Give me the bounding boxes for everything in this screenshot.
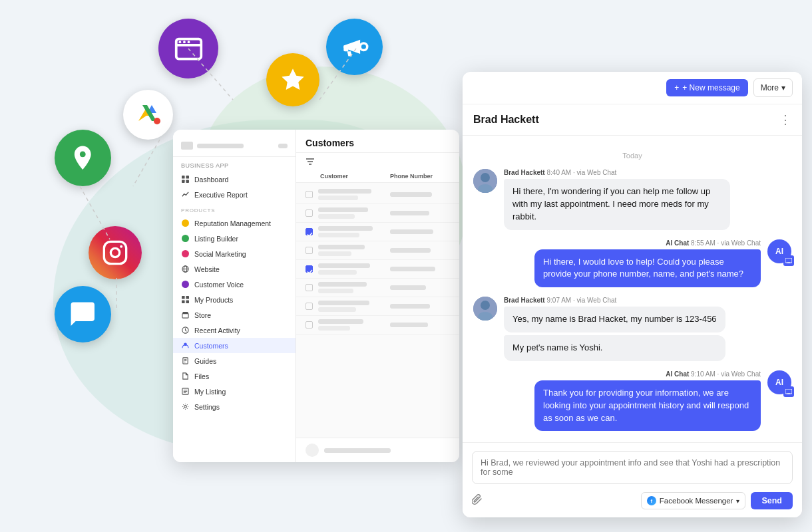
settings-icon [181, 402, 190, 411]
svg-rect-24 [186, 296, 189, 299]
message-meta-brad-1: Brad Hackett 8:40 AM · via Web Chat [504, 169, 730, 176]
reputation-icon [181, 219, 190, 227]
chat-input[interactable] [472, 451, 793, 484]
channel-selector[interactable]: f Facebook Messenger ▾ [641, 492, 746, 509]
customer-name-bar [318, 189, 371, 194]
website-icon [181, 265, 190, 273]
dashboard-icon [181, 175, 190, 184]
sidebar-item-website[interactable]: Website [173, 261, 296, 277]
icon-instagram [89, 226, 142, 279]
customer-name-bar [318, 282, 367, 287]
table-row[interactable] [296, 204, 459, 223]
message-bubble-brad-2b: My pet's name is Yoshi. [504, 335, 725, 361]
col-customer: Customer [320, 173, 390, 180]
sidebar-item-store[interactable]: Store [173, 307, 296, 323]
chat-top-bar: + + New message More ▾ [463, 72, 802, 104]
customers-toolbar [296, 153, 459, 170]
sidebar-item-customer-voice[interactable]: Customer Voice [173, 277, 296, 292]
listing-icon [181, 234, 190, 243]
icon-location [55, 130, 111, 186]
phone-bar [390, 267, 435, 271]
customer-email-bar [318, 307, 356, 312]
more-button[interactable]: More ▾ [753, 78, 793, 97]
customers-header: Customers [296, 130, 459, 153]
svg-point-7 [154, 118, 160, 124]
sidebar-item-guides[interactable]: Guides [173, 353, 296, 368]
svg-point-48 [481, 301, 490, 310]
send-button[interactable]: Send [751, 492, 793, 509]
screen-icon-2 [785, 389, 792, 394]
svg-rect-26 [186, 300, 189, 303]
customer-name-bar [318, 319, 363, 324]
customer-name-bar [318, 245, 365, 249]
row-checkbox[interactable] [305, 265, 313, 273]
table-row[interactable] [296, 260, 459, 279]
row-checkbox[interactable] [305, 209, 313, 217]
ai-avatar-wrap-2: AI [767, 370, 791, 394]
message-content-brad-2: Brad Hackett 9:07 AM · via Web Chat Yes,… [504, 297, 725, 361]
message-group-brad-2: Brad Hackett 9:07 AM · via Web Chat Yes,… [473, 297, 791, 361]
sidebar-item-social-marketing[interactable]: Social Marketing [173, 246, 296, 261]
row-checkbox[interactable] [305, 247, 313, 254]
table-row[interactable] [296, 279, 459, 297]
attachment-button[interactable] [472, 494, 483, 507]
sidebar-item-my-listing[interactable]: My Listing [173, 384, 296, 399]
pagination-row [296, 438, 459, 462]
sidebar-item-my-products[interactable]: My Products [173, 292, 296, 307]
chat-messages-area[interactable]: Today Brad Hackett 8:40 AM · via Web Cha… [463, 136, 802, 442]
message-content-ai-2: AI Chat 9:10 AM · via Web Chat Thank you… [534, 370, 761, 432]
recent-icon [181, 326, 190, 334]
options-dots[interactable]: ⋮ [779, 112, 791, 127]
row-checkbox[interactable] [305, 303, 313, 310]
sidebar-item-reputation[interactable]: Reputation Management [173, 215, 296, 231]
table-row[interactable] [296, 241, 459, 260]
sidebar-item-files[interactable]: Files [173, 368, 296, 384]
table-row[interactable] [296, 186, 459, 204]
customers-table-body [296, 183, 459, 438]
check-icon [306, 268, 313, 275]
sidebar-item-dashboard[interactable]: Dashboard [173, 172, 296, 187]
row-checkbox[interactable] [305, 228, 313, 235]
table-row[interactable] [296, 316, 459, 334]
sidebar-item-listing-builder[interactable]: Listing Builder [173, 231, 296, 246]
guides-icon [181, 356, 190, 365]
svg-point-3 [183, 41, 186, 43]
sidebar-item-customers[interactable]: Customers [173, 338, 296, 353]
message-bubble-brad-2: Yes, my name is Brad Hacket, my number i… [504, 307, 725, 332]
message-bubble-brad-1: Hi there, I'm wondering if you can help … [504, 179, 730, 230]
sidebar-item-settings[interactable]: Settings [173, 399, 296, 414]
social-icon [181, 249, 190, 258]
row-checkbox[interactable] [305, 191, 313, 198]
brad-avatar-img [473, 169, 497, 193]
row-checkbox[interactable] [305, 284, 313, 291]
row-checkbox[interactable] [305, 321, 313, 329]
phone-bar [390, 192, 432, 197]
icon-star [266, 53, 319, 106]
icon-megaphone [326, 19, 383, 75]
svg-point-38 [184, 406, 187, 408]
svg-point-43 [481, 173, 490, 182]
contact-name: Brad Hackett [473, 114, 539, 126]
ai-device-icon-2 [783, 386, 794, 397]
svg-rect-17 [186, 176, 189, 179]
paperclip-icon [472, 494, 483, 505]
sidebar-item-recent-activity[interactable]: Recent Activity [173, 323, 296, 338]
new-message-button[interactable]: + + New message [666, 79, 747, 96]
table-row[interactable] [296, 223, 459, 241]
table-row[interactable] [296, 297, 459, 316]
message-group-ai-2: AI AI Chat 9:10 AM · via Web Chat Thank … [473, 370, 791, 432]
menu-arrow [278, 144, 288, 148]
chevron-down-icon: ▾ [781, 83, 785, 92]
svg-rect-16 [182, 176, 185, 179]
svg-point-10 [120, 245, 122, 248]
customer-email-bar [318, 251, 351, 256]
customer-name-bar [318, 226, 373, 231]
customer-email-bar [318, 289, 353, 293]
svg-point-4 [187, 41, 190, 43]
sidebar-item-executive-report[interactable]: Executive Report [173, 187, 296, 202]
avatar-brad-2 [473, 297, 497, 321]
customer-email-bar [318, 326, 350, 331]
svg-rect-5 [344, 46, 349, 52]
message-bubble-ai-2: Thank you for providing your information… [534, 380, 761, 432]
phone-bar [390, 304, 430, 309]
